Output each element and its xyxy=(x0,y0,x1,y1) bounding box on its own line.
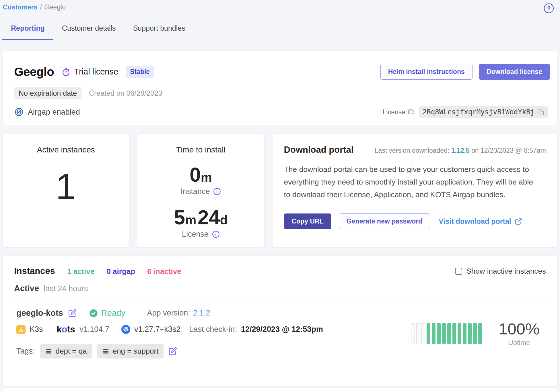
uptime-value: 100% xyxy=(499,320,540,338)
instance-name: geeglo-kots xyxy=(16,308,63,318)
license-id-value: 2Rq8WLcsjfxqrMysjvB1WodYkBj xyxy=(423,108,534,116)
license-type-label: Trial license xyxy=(74,67,118,77)
generate-new-password-button[interactable]: Generate new password xyxy=(339,213,430,229)
tag-rows-icon xyxy=(102,348,109,355)
license-install-time-number1: 5 xyxy=(174,206,185,229)
license-title-group: Geeglo Trial license Stable xyxy=(14,65,154,79)
copy-license-id-icon[interactable] xyxy=(537,109,544,115)
tag-pill-dept-qa: dept = qa xyxy=(40,344,92,358)
airgap-count-link[interactable]: 0 airgap xyxy=(106,267,135,276)
uptime-label: Uptime xyxy=(508,339,530,347)
help-icon[interactable]: ? xyxy=(544,3,554,13)
active-instances-count: 1 xyxy=(56,168,76,205)
uptime-bar-filled xyxy=(458,323,461,344)
breadcrumb-separator: / xyxy=(40,3,42,11)
uptime-bar-empty xyxy=(421,323,425,344)
kots-version: v1.104.7 xyxy=(79,325,109,334)
uptime-bar-filled xyxy=(432,323,435,344)
download-portal-card: Download portal Last version downloaded:… xyxy=(272,134,558,248)
license-id-label: License ID: xyxy=(383,108,416,116)
app-version-label: App version: xyxy=(147,309,190,317)
download-portal-actions: Copy URL Generate new password Visit dow… xyxy=(284,213,546,229)
tab-support-bundles[interactable]: Support bundles xyxy=(125,22,194,40)
trial-timer-icon xyxy=(61,67,71,77)
active-instances-card: Active instances 1 xyxy=(2,134,129,248)
instance-status: Ready xyxy=(89,308,125,318)
expiration-badge: No expiration date xyxy=(14,87,81,99)
stats-row: Active instances 1 Time to install 0m In… xyxy=(2,134,558,248)
visit-download-portal-link[interactable]: Visit download portal xyxy=(439,217,522,226)
app-version-link[interactable]: 2.1.2 xyxy=(193,309,210,317)
time-to-install-title: Time to install xyxy=(176,145,225,154)
instance-info-icon[interactable] xyxy=(213,188,221,195)
helm-install-instructions-button[interactable]: Helm install instructions xyxy=(380,64,472,80)
tab-customer-details[interactable]: Customer details xyxy=(53,22,125,40)
edit-tags-icon[interactable] xyxy=(169,347,177,355)
license-id-pill: 2Rq8WLcsjfxqrMysjvB1WodYkBj xyxy=(419,106,548,118)
channel-badge: Stable xyxy=(126,66,154,78)
download-portal-description: The download portal can be used to give … xyxy=(284,163,538,201)
license-summary-card: Geeglo Trial license Stable Helm install… xyxy=(2,50,558,126)
inactive-count-link[interactable]: 6 inactive xyxy=(147,267,181,276)
instances-header-left: Instances 1 active 0 airgap 6 inactive xyxy=(14,266,181,276)
last-version-link[interactable]: 1.12.5 xyxy=(451,147,470,154)
tags-label: Tags: xyxy=(16,347,35,356)
download-license-button[interactable]: Download license xyxy=(479,64,550,80)
ready-check-icon xyxy=(89,309,98,317)
visit-download-portal-label: Visit download portal xyxy=(439,217,511,226)
k3s-icon xyxy=(16,325,26,334)
license-install-time: 5m 24d xyxy=(174,207,228,228)
uptime-bar-filled xyxy=(442,323,446,344)
license-card-actions: Helm install instructions Download licen… xyxy=(380,64,550,80)
license-expiration-row: No expiration date Created on 06/28/2023 xyxy=(14,87,550,99)
tab-reporting[interactable]: Reporting xyxy=(2,22,53,40)
airgap-globe-icon xyxy=(14,107,24,117)
tag-rows-icon xyxy=(45,348,52,355)
topbar: Customers / Geeglo ? xyxy=(2,0,558,15)
license-install-label-row: License xyxy=(182,230,220,239)
active-group-subtitle: last 24 hours xyxy=(44,284,88,293)
license-install-label: License xyxy=(182,230,209,239)
uptime-bar-filled xyxy=(452,323,456,344)
kubernetes-version: v1.27.7+k3s2 xyxy=(134,325,180,334)
airgap-label: Airgap enabled xyxy=(28,108,80,117)
show-inactive-checkbox[interactable] xyxy=(455,268,462,275)
active-group-header: Active last 24 hours xyxy=(14,284,546,293)
edit-instance-name-icon[interactable] xyxy=(68,309,77,317)
uptime-bar-filled xyxy=(437,323,441,344)
app-version-group: App version: 2.1.2 xyxy=(147,309,210,317)
uptime-bar-filled xyxy=(463,323,466,344)
last-version-label: Last version downloaded: xyxy=(374,147,449,154)
active-count-link[interactable]: 1 active xyxy=(67,267,94,276)
license-install-time-number2: 24 xyxy=(198,206,220,229)
divider xyxy=(14,366,546,366)
instances-title: Instances xyxy=(14,266,55,276)
show-inactive-control: Show inactive instances xyxy=(455,267,546,276)
instance-tags-row: Tags: dept = qa eng = support xyxy=(16,344,323,358)
copy-url-button[interactable]: Copy URL xyxy=(284,213,331,229)
license-meta-row: Airgap enabled License ID: 2Rq8WLcsjfxqr… xyxy=(14,106,550,118)
tab-bar: Reporting Customer details Support bundl… xyxy=(2,22,558,42)
kots-logo-k: k xyxy=(57,324,62,334)
download-portal-header: Download portal Last version downloaded:… xyxy=(284,145,546,155)
tag-label: dept = qa xyxy=(56,347,87,356)
uptime-bar-filled xyxy=(427,323,430,344)
customer-reporting-page: Customers / Geeglo ? Reporting Customer … xyxy=(0,0,560,392)
license-type: Trial license xyxy=(61,67,118,77)
license-install-time-unit2: d xyxy=(220,213,228,227)
license-card-header-row: Geeglo Trial license Stable Helm install… xyxy=(14,64,550,80)
instances-card: Instances 1 active 0 airgap 6 inactive S… xyxy=(2,255,558,386)
airgap-status: Airgap enabled xyxy=(14,107,80,117)
tag-label: eng = support xyxy=(113,347,159,356)
kots-logo-o: o xyxy=(62,324,67,334)
tag-pill-eng-support: eng = support xyxy=(97,344,164,358)
last-checkin-value: 12/29/2023 @ 12:53pm xyxy=(241,325,323,334)
instance-versions-row: K3s kots v1.104.7 ☸ v1.27.7+k3s2 Last ch… xyxy=(16,324,323,335)
license-info-icon[interactable] xyxy=(212,230,220,238)
external-link-icon xyxy=(515,218,522,225)
kots-logo-ts: ts xyxy=(67,324,75,334)
instance-row: geeglo-kots Ready App version: 2.1.2 xyxy=(14,301,546,366)
instance-install-time: 0m xyxy=(190,165,212,185)
instance-status-label: Ready xyxy=(101,308,125,318)
breadcrumb-customers-link[interactable]: Customers xyxy=(3,3,37,11)
